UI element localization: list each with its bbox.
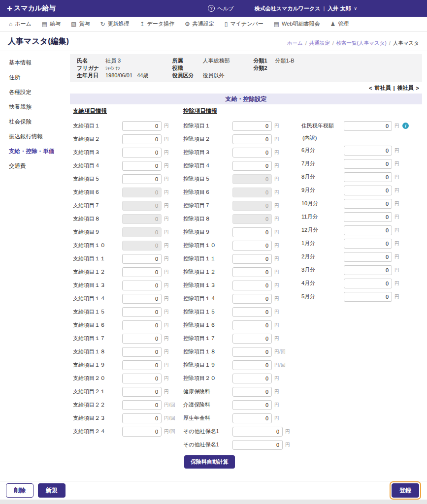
menu-item-my-number[interactable]: ▯マイナンバー	[225, 20, 263, 28]
deduction-amount-input[interactable]	[232, 334, 272, 344]
deduction-amount-input[interactable]	[232, 267, 272, 277]
deduction-amount-input[interactable]	[232, 307, 272, 317]
payment-amount-row: 支給項目１８円	[73, 345, 183, 358]
tax-month-row: 11月分円	[301, 210, 422, 223]
payment-amount-input[interactable]	[122, 334, 162, 344]
menu-item-common-settings[interactable]: ⚙共通設定	[185, 20, 214, 28]
deduction-amount-row: 控除項目７円	[183, 199, 301, 212]
payment-amount-input[interactable]	[122, 174, 162, 184]
payment-amount-input[interactable]	[122, 387, 162, 397]
deduction-amount-input[interactable]	[232, 241, 272, 251]
payment-amount-input[interactable]	[122, 267, 162, 277]
deduction-amount-row: 介護保険料円	[183, 398, 301, 411]
breadcrumb-item[interactable]: 共通設定	[309, 40, 330, 47]
resident-tax-input[interactable]	[344, 121, 392, 131]
deduction-amount-input[interactable]	[232, 427, 283, 437]
deduction-amount-input[interactable]	[232, 440, 283, 450]
menu-item-bonus[interactable]: ▧賞与	[71, 20, 90, 28]
sidebar-item-basic-info[interactable]: 基本情報	[9, 59, 70, 66]
deduction-amount-input[interactable]	[232, 387, 272, 397]
payment-amount-input[interactable]	[122, 161, 162, 171]
deduction-amount-input[interactable]	[232, 320, 272, 330]
prev-employee-link[interactable]: 前社員	[374, 84, 391, 92]
deduction-amount-input[interactable]	[232, 347, 272, 357]
payment-amount-input[interactable]	[122, 254, 162, 264]
auto-calc-insurance-button[interactable]: 保険料自動計算	[184, 455, 235, 469]
payment-amount-input[interactable]	[122, 360, 162, 370]
deduction-amount-input[interactable]	[232, 360, 272, 370]
payment-amount-input[interactable]	[122, 427, 162, 437]
sidebar-item-dependents[interactable]: 扶養親族	[9, 103, 70, 111]
tax-month-input[interactable]	[344, 146, 392, 156]
deduction-amount-input[interactable]	[232, 374, 272, 383]
tax-month-input[interactable]	[344, 172, 392, 182]
deduction-amount-input[interactable]	[232, 161, 272, 171]
sidebar-item-transport-cost[interactable]: 交通費	[9, 162, 70, 170]
tax-month-input[interactable]	[344, 199, 392, 209]
tax-month-row: 7月分円	[301, 157, 422, 170]
menu-item-data-ops[interactable]: ↥データ操作	[140, 20, 175, 28]
deduction-amount-input[interactable]	[232, 254, 272, 264]
menu-item-admin[interactable]: ♟管理	[330, 20, 349, 28]
payment-amount-input[interactable]	[122, 413, 162, 423]
payment-amount-input[interactable]	[122, 400, 162, 410]
tax-month-input[interactable]	[344, 279, 392, 288]
tax-month-input[interactable]	[344, 186, 392, 195]
next-employee-link[interactable]: 後社員	[397, 84, 414, 92]
sidebar-item-bank-info[interactable]: 振込銀行情報	[9, 133, 70, 140]
deduction-amount-input[interactable]	[232, 400, 272, 410]
tax-month-input[interactable]	[344, 225, 392, 235]
tax-month-input[interactable]	[344, 212, 392, 222]
tax-month-input[interactable]	[344, 239, 392, 249]
help-button[interactable]: ? ヘルプ	[208, 5, 234, 12]
deduction-amount-input[interactable]	[232, 294, 272, 304]
info-icon[interactable]: i	[402, 123, 409, 129]
payment-amount-input[interactable]	[122, 374, 162, 383]
deduction-amount-input[interactable]	[232, 148, 272, 158]
deduction-amount-input[interactable]	[232, 281, 272, 290]
payment-amount-input[interactable]	[122, 281, 162, 290]
field-label: 9月分	[301, 187, 344, 194]
deduction-amount-input[interactable]	[232, 134, 272, 144]
field-label: 支給項目１６	[73, 321, 122, 329]
sidebar-item-address[interactable]: 住所	[9, 74, 70, 81]
breadcrumb-item[interactable]: 検索一覧(人事マスタ)	[336, 40, 387, 47]
menu-item-web-statement[interactable]: ▤Web明細書照会	[274, 20, 320, 28]
field-label: その他社保名1	[183, 428, 232, 435]
payment-amount-input[interactable]	[122, 307, 162, 317]
sidebar-item-various-settings[interactable]: 各種設定	[9, 89, 70, 96]
deduction-amount-input	[232, 174, 272, 184]
delete-button[interactable]: 削除	[6, 483, 33, 498]
tax-month-input[interactable]	[344, 292, 392, 302]
account-menu[interactable]: 株式会社スマカルワークス | 入井 太郎 ∨	[255, 5, 357, 12]
payment-amount-row: 支給項目３円	[73, 146, 183, 159]
field-label: 7月分	[301, 160, 344, 167]
payment-amount-input[interactable]	[122, 347, 162, 357]
unit-label: 円	[274, 136, 279, 143]
payment-amount-input[interactable]	[122, 121, 162, 131]
resident-tax-label: 住民税年税額	[301, 122, 344, 129]
breadcrumb-item[interactable]: ホーム	[287, 40, 303, 47]
new-button[interactable]: 新規	[38, 483, 66, 498]
gear-icon: ⚙	[185, 21, 190, 28]
payment-amount-input[interactable]	[122, 134, 162, 144]
deduction-amount-input[interactable]	[232, 413, 272, 423]
menu-item-home[interactable]: ⌂ホーム	[9, 20, 32, 28]
payment-amount-input[interactable]	[122, 294, 162, 304]
field-label: 支給項目１０	[73, 242, 122, 249]
sidebar-item-pay-deduction-unit[interactable]: 支給・控除・単価	[9, 148, 70, 155]
employee-field: 生年月日1980/06/01 44歳	[77, 72, 148, 79]
register-button[interactable]: 登録	[392, 483, 419, 498]
payment-amount-input[interactable]	[122, 148, 162, 158]
deduction-amount-input[interactable]	[232, 227, 272, 237]
menu-item-update[interactable]: ↻更新処理	[100, 20, 129, 28]
deduction-amount-input[interactable]	[232, 121, 272, 131]
menu-item-salary[interactable]: ▤給与	[42, 20, 61, 28]
tax-month-input[interactable]	[344, 159, 392, 169]
tax-month-input[interactable]	[344, 265, 392, 275]
sidebar-item-social-insurance[interactable]: 社会保険	[9, 118, 70, 126]
sidebar: 基本情報住所各種設定扶養親族社会保険振込銀行情報支給・控除・単価交通費	[0, 51, 70, 500]
payment-amount-input[interactable]	[122, 320, 162, 330]
tax-month-input[interactable]	[344, 252, 392, 262]
employee-field-value: ｼｬｲﾝ ｻﾝ	[105, 66, 120, 71]
